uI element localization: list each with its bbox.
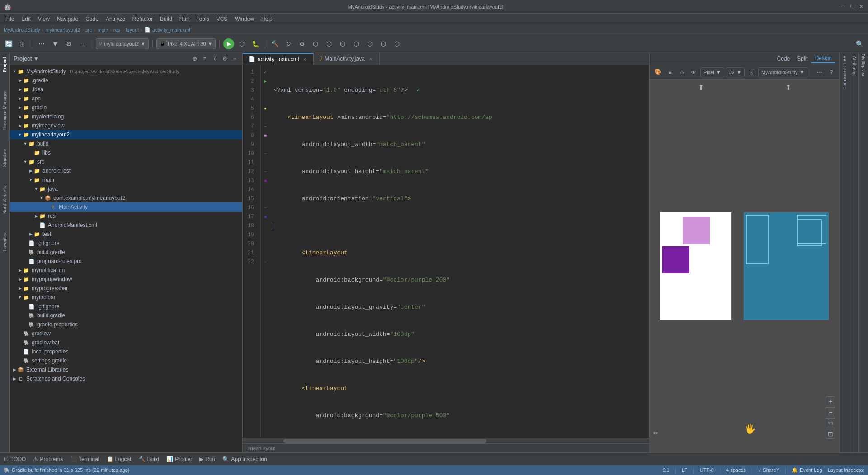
toolbar-extra1[interactable]: ⬡	[310, 38, 321, 50]
tree-item-gradle-folder[interactable]: ▶ 📁 gradle	[10, 103, 242, 112]
zoom-out-btn[interactable]: −	[826, 407, 835, 417]
toolbar-extra2[interactable]: ⬡	[323, 38, 335, 50]
breadcrumb-main[interactable]: main	[97, 27, 108, 33]
toolbar-extra6[interactable]: ⬡	[377, 38, 389, 50]
status-indent[interactable]: 4 spaces	[726, 467, 746, 473]
build-btn[interactable]: 🔨	[269, 38, 281, 50]
component-tree-label[interactable]: Component Tree	[840, 52, 849, 94]
zoom-fit2-btn[interactable]: ⊡	[826, 429, 835, 439]
tree-item-buildgradle2[interactable]: 🐘 build.gradle	[10, 311, 242, 320]
menu-edit[interactable]: Edit	[18, 15, 34, 23]
bt-build[interactable]: 🔨 Build	[139, 456, 160, 462]
tree-item-app[interactable]: ▶ 📁 app	[10, 94, 242, 103]
layout-inspector-btn[interactable]: Layout Inspector	[828, 467, 864, 473]
toolbar-extra4[interactable]: ⬡	[350, 38, 362, 50]
breadcrumb-project[interactable]: MyAndroidStudy	[4, 27, 40, 33]
breadcrumb-module[interactable]: mylinearlayout2	[45, 27, 80, 33]
panel-icon-locate[interactable]: ⊕	[191, 55, 199, 63]
tab-code[interactable]: Code	[774, 55, 794, 63]
toolbar-more[interactable]: ⋯	[36, 38, 47, 50]
bt-problems[interactable]: ⚠ Problems	[33, 456, 63, 462]
fr-icon-device[interactable]: Device File Explorer	[859, 54, 868, 62]
tab-activity-main[interactable]: 📄 activity_main.xml ✕	[243, 53, 314, 65]
vtab-project[interactable]: Project	[1, 54, 8, 75]
bt-profiler[interactable]: 📊 Profiler	[166, 456, 192, 462]
tree-item-androidtest[interactable]: ▶ 📁 androidTest	[10, 166, 242, 175]
toolbar-extra3[interactable]: ⬡	[337, 38, 349, 50]
toolbar-settings[interactable]: ⚙	[63, 38, 75, 50]
breadcrumb-filename[interactable]: activity_main.xml	[152, 27, 190, 33]
warnings-btn[interactable]: ⚠	[677, 67, 687, 77]
bt-logcat[interactable]: 📋 Logcat	[107, 456, 132, 462]
menu-window[interactable]: Window	[231, 15, 258, 23]
menu-navigate[interactable]: Navigate	[53, 15, 82, 23]
zoom-in-btn[interactable]: +	[826, 396, 835, 406]
gutter-2[interactable]: ▶	[261, 77, 270, 86]
tree-item-src[interactable]: ▼ 📁 src	[10, 157, 242, 166]
api-select[interactable]: 32 ▼	[726, 67, 745, 77]
menu-code[interactable]: Code	[82, 15, 102, 23]
breadcrumb-res[interactable]: res	[113, 27, 120, 33]
minimize-button[interactable]: —	[840, 4, 846, 10]
vtab-favorites[interactable]: Favorites	[1, 230, 8, 254]
component-tree-btn[interactable]: ≡	[665, 67, 675, 77]
status-encoding[interactable]: UTF-8	[700, 467, 714, 473]
tree-item-res[interactable]: ▶ 📁 res	[10, 212, 242, 221]
palette-btn[interactable]: 🎨	[652, 66, 663, 77]
editor-horizontal-scrollbar[interactable]	[243, 438, 649, 443]
tree-item-mynotification[interactable]: ▶ 📁 mynotification	[10, 266, 242, 275]
tree-item-gitignore1[interactable]: 📄 .gitignore	[10, 239, 242, 248]
tab-activity-main-close[interactable]: ✕	[302, 56, 308, 62]
menu-help[interactable]: Help	[258, 15, 276, 23]
tree-item-buildgradle[interactable]: 🐘 build.gradle	[10, 248, 242, 257]
device-dropdown[interactable]: 📱 Pixel 4 XL API 30 ▼	[156, 38, 216, 49]
tree-item-gradleprops[interactable]: 🐘 gradle.properties	[10, 320, 242, 329]
panel-icon-minimize[interactable]: −	[231, 55, 239, 63]
tab-design[interactable]: Design	[811, 54, 835, 63]
menu-view[interactable]: View	[34, 15, 53, 23]
attach-btn[interactable]: 🐛	[250, 38, 261, 50]
toolbar-sync-btn[interactable]: 🔄	[3, 38, 14, 50]
tree-item-settingsgradle[interactable]: 🐘 settings.gradle	[10, 356, 242, 365]
bt-run[interactable]: ▶ Run	[199, 456, 215, 462]
tree-item-libs[interactable]: 📁 libs	[10, 148, 242, 157]
status-linesep[interactable]: LF	[682, 467, 688, 473]
bt-terminal[interactable]: ⬛ Terminal	[70, 456, 99, 462]
menu-analyze[interactable]: Analyze	[102, 15, 129, 23]
scroll-thumb[interactable]	[283, 439, 487, 443]
eye-btn[interactable]: 👁	[689, 67, 698, 77]
tree-item-test[interactable]: ▶ 📁 test	[10, 230, 242, 239]
gutter-10[interactable]: −	[261, 149, 270, 158]
tree-item-root[interactable]: ▼ 📁 MyAndroidStudy D:\project\AndroidStu…	[10, 67, 242, 76]
breadcrumb-layout[interactable]: layout	[126, 27, 139, 33]
gutter-22[interactable]: −	[261, 258, 270, 267]
code-content[interactable]: <?xml version="1.0" encoding="utf-8"?>✓ …	[270, 65, 649, 438]
tree-item-manifest[interactable]: 📄 AndroidManifest.xml	[10, 221, 242, 230]
event-log-btn[interactable]: 🔔 Event Log	[792, 467, 822, 473]
refresh-btn[interactable]: ↻	[283, 38, 294, 50]
branch-dropdown[interactable]: ⑂ mylinearlayout2 ▼	[96, 38, 149, 49]
tree-item-proguard[interactable]: 📄 proguard-rules.pro	[10, 257, 242, 266]
attributes-label[interactable]: Attributes	[850, 52, 858, 79]
tree-item-java[interactable]: ▼ 📁 java	[10, 184, 242, 193]
settings2-btn[interactable]: ⚙	[296, 38, 308, 50]
toolbar-collapse[interactable]: ▼	[49, 38, 61, 50]
tree-item-gitignore2[interactable]: 📄 .gitignore	[10, 302, 242, 311]
vtab-build-variants[interactable]: Build Variants	[1, 183, 8, 216]
menu-tools[interactable]: Tools	[193, 15, 213, 23]
vtab-resource-manager[interactable]: Resource Manager	[1, 89, 8, 132]
more-options-btn[interactable]: ⋯	[815, 67, 825, 77]
toolbar-close-panel[interactable]: −	[76, 38, 88, 50]
status-position[interactable]: 6:1	[662, 467, 669, 473]
tree-item-idea[interactable]: ▶ 📁 .idea	[10, 85, 242, 94]
gutter-7[interactable]: −	[261, 122, 270, 131]
menu-file[interactable]: File	[2, 15, 18, 23]
tree-item-mylinearlayout2[interactable]: ▼ 📁 mylinearlayout2	[10, 130, 242, 139]
panel-icon-settings[interactable]: ⚙	[221, 55, 229, 63]
toolbar-extra7[interactable]: ⬡	[391, 38, 403, 50]
close-button[interactable]: ✕	[858, 4, 864, 10]
vtab-structure[interactable]: Structure	[1, 146, 8, 170]
bt-todo[interactable]: ☐ TODO	[4, 456, 26, 462]
menu-run[interactable]: Run	[176, 15, 193, 23]
tree-item-gradle-dir[interactable]: ▶ 📁 .gradle	[10, 76, 242, 85]
